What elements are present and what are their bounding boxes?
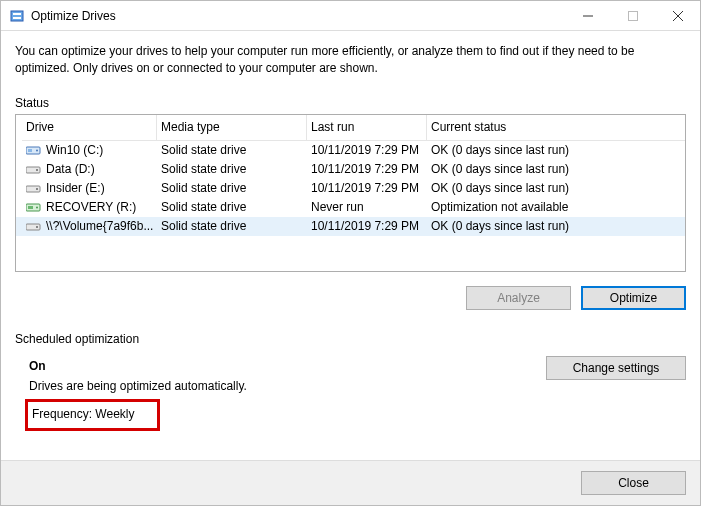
- table-row[interactable]: Win10 (C:)Solid state drive10/11/2019 7:…: [16, 141, 685, 160]
- last-run: Never run: [307, 200, 427, 214]
- drive-name: Insider (E:): [46, 181, 105, 195]
- analyze-button[interactable]: Analyze: [466, 286, 571, 310]
- last-run: 10/11/2019 7:29 PM: [307, 181, 427, 195]
- drive-recovery-icon: [26, 200, 42, 214]
- current-status: OK (0 days since last run): [427, 143, 685, 157]
- schedule-label: Scheduled optimization: [15, 332, 686, 346]
- titlebar: Optimize Drives: [1, 1, 700, 31]
- optimize-button[interactable]: Optimize: [581, 286, 686, 310]
- app-icon: [9, 8, 25, 24]
- close-button[interactable]: Close: [581, 471, 686, 495]
- drive-name: \\?\Volume{7a9f6b...: [46, 219, 153, 233]
- maximize-button[interactable]: [610, 1, 655, 31]
- current-status: OK (0 days since last run): [427, 219, 685, 233]
- svg-rect-4: [628, 11, 637, 20]
- last-run: 10/11/2019 7:29 PM: [307, 219, 427, 233]
- header-media[interactable]: Media type: [157, 115, 307, 141]
- svg-rect-2: [13, 17, 21, 19]
- svg-rect-0: [11, 11, 23, 21]
- window-title: Optimize Drives: [31, 9, 116, 23]
- schedule-detail: Drives are being optimized automatically…: [29, 376, 247, 396]
- change-settings-button[interactable]: Change settings: [546, 356, 686, 380]
- table-row[interactable]: Insider (E:)Solid state drive10/11/2019 …: [16, 179, 685, 198]
- svg-point-11: [36, 169, 38, 171]
- table-row[interactable]: \\?\Volume{7a9f6b...Solid state drive10/…: [16, 217, 685, 236]
- media-type: Solid state drive: [157, 162, 307, 176]
- svg-point-8: [36, 150, 38, 152]
- schedule-frequency: Frequency: Weekly: [32, 407, 135, 421]
- description-text: You can optimize your drives to help you…: [15, 43, 686, 78]
- bottom-bar: Close: [1, 460, 700, 505]
- minimize-button[interactable]: [565, 1, 610, 31]
- drives-table[interactable]: Drive Media type Last run Current status…: [15, 114, 686, 272]
- close-window-button[interactable]: [655, 1, 700, 31]
- current-status: OK (0 days since last run): [427, 181, 685, 195]
- table-row[interactable]: Data (D:)Solid state drive10/11/2019 7:2…: [16, 160, 685, 179]
- header-status[interactable]: Current status: [427, 115, 685, 141]
- media-type: Solid state drive: [157, 200, 307, 214]
- media-type: Solid state drive: [157, 143, 307, 157]
- header-drive[interactable]: Drive: [22, 115, 157, 141]
- drive-name: Data (D:): [46, 162, 95, 176]
- svg-point-13: [36, 188, 38, 190]
- table-header: Drive Media type Last run Current status: [16, 115, 685, 141]
- drive-name: Win10 (C:): [46, 143, 103, 157]
- drive-name: RECOVERY (R:): [46, 200, 136, 214]
- header-lastrun[interactable]: Last run: [307, 115, 427, 141]
- media-type: Solid state drive: [157, 181, 307, 195]
- drive-icon: [26, 162, 42, 176]
- table-row[interactable]: RECOVERY (R:)Solid state driveNever runO…: [16, 198, 685, 217]
- current-status: OK (0 days since last run): [427, 162, 685, 176]
- schedule-state: On: [29, 356, 247, 376]
- svg-rect-9: [28, 149, 32, 152]
- last-run: 10/11/2019 7:29 PM: [307, 143, 427, 157]
- svg-rect-15: [28, 206, 33, 209]
- drive-icon: [26, 219, 42, 233]
- status-label: Status: [15, 96, 686, 110]
- svg-point-18: [36, 226, 38, 228]
- media-type: Solid state drive: [157, 219, 307, 233]
- svg-point-16: [36, 207, 38, 209]
- drive-icon: [26, 181, 42, 195]
- last-run: 10/11/2019 7:29 PM: [307, 162, 427, 176]
- svg-rect-1: [13, 13, 21, 15]
- drive-ssd-icon: [26, 143, 42, 157]
- frequency-highlight: Frequency: Weekly: [25, 399, 160, 431]
- current-status: Optimization not available: [427, 200, 685, 214]
